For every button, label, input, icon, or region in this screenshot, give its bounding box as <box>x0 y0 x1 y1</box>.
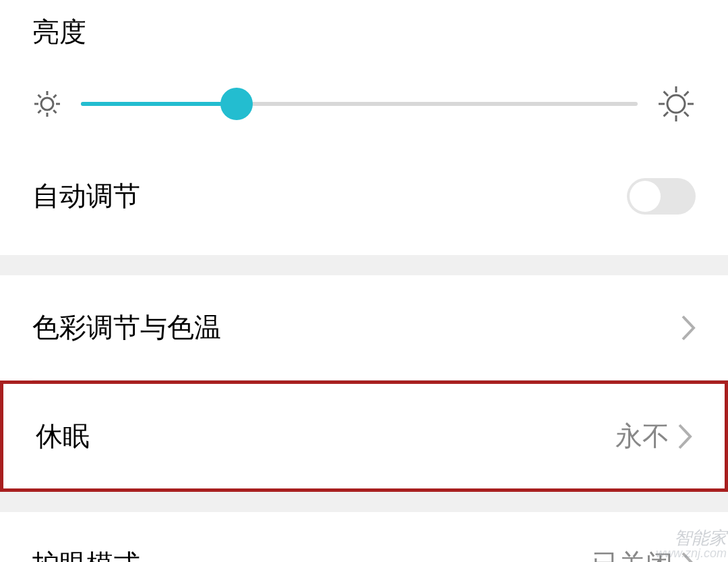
brightness-high-icon <box>657 84 696 123</box>
eye-comfort-row[interactable]: 护眼模式 已关闭 <box>0 512 728 562</box>
svg-line-14 <box>664 92 668 96</box>
brightness-slider[interactable] <box>81 102 638 106</box>
toggle-knob <box>630 181 661 212</box>
svg-point-9 <box>667 95 685 113</box>
sleep-row[interactable]: 休眠 永不 <box>0 381 728 492</box>
sleep-label: 休眠 <box>36 418 90 455</box>
sleep-value: 永不 <box>615 418 669 455</box>
brightness-slider-thumb[interactable] <box>220 88 253 120</box>
svg-line-15 <box>684 112 688 116</box>
chevron-right-icon <box>681 314 696 341</box>
brightness-slider-fill <box>81 102 237 106</box>
svg-line-6 <box>53 110 56 113</box>
section-gap <box>0 492 728 512</box>
chevron-right-icon <box>677 423 692 450</box>
auto-brightness-toggle[interactable] <box>627 178 696 215</box>
eye-comfort-value: 已关闭 <box>592 546 673 562</box>
color-temp-row[interactable]: 色彩调节与色温 <box>0 275 728 380</box>
svg-line-5 <box>38 95 41 98</box>
section-gap <box>0 255 728 275</box>
svg-line-8 <box>53 95 56 98</box>
brightness-title: 亮度 <box>32 13 696 51</box>
auto-brightness-label: 自动调节 <box>32 177 140 215</box>
brightness-slider-row <box>32 84 696 123</box>
svg-line-17 <box>684 92 688 96</box>
eye-comfort-label: 护眼模式 <box>32 546 140 562</box>
svg-line-16 <box>664 112 668 116</box>
brightness-low-icon <box>32 89 62 119</box>
svg-point-0 <box>41 98 53 110</box>
color-temp-label: 色彩调节与色温 <box>32 309 221 346</box>
svg-line-7 <box>38 110 41 113</box>
chevron-right-icon <box>681 551 696 563</box>
auto-brightness-row[interactable]: 自动调节 <box>32 177 696 235</box>
brightness-section: 亮度 自动调节 <box>0 0 728 255</box>
